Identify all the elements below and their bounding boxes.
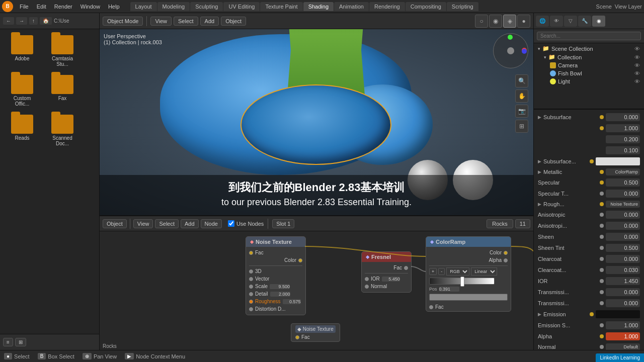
object-mode-dropdown[interactable]: Object Mode: [103, 17, 143, 26]
menu-render[interactable]: Render: [51, 3, 76, 11]
rp-tab-object[interactable]: ▽: [564, 16, 577, 27]
eye-icon-collection[interactable]: 👁: [634, 54, 640, 60]
rp-tab-view[interactable]: 👁: [550, 16, 563, 27]
colorramp-interpolation-select[interactable]: Linear: [471, 267, 497, 276]
tab-layout[interactable]: Layout: [130, 2, 157, 11]
sub3-value[interactable]: [606, 135, 640, 143]
rendered-mode-button[interactable]: ●: [517, 15, 530, 28]
viewport-add-button[interactable]: Add: [200, 17, 219, 26]
wireframe-mode-button[interactable]: ○: [475, 15, 488, 28]
expand-arrow[interactable]: ▶: [538, 115, 541, 120]
tab-compositing[interactable]: Compositing: [406, 2, 446, 11]
outliner-fish-bowl[interactable]: Fish Bowl 👁: [534, 69, 644, 77]
view-toggle-button[interactable]: ≡: [3, 338, 13, 346]
subcolor-swatch[interactable]: [596, 157, 640, 165]
nav-forward-button[interactable]: →: [16, 17, 27, 25]
outliner-light[interactable]: Light 👁: [534, 77, 644, 85]
ior-value[interactable]: [382, 277, 400, 282]
eye-icon-light[interactable]: 👁: [634, 78, 640, 84]
nav-back-button[interactable]: ←: [3, 17, 14, 25]
rough-value[interactable]: [606, 201, 640, 208]
outliner-collection[interactable]: ▾ 📁 Collection 👁: [534, 53, 644, 61]
tab-modeling[interactable]: Modeling: [157, 2, 190, 11]
ne-editor-type-button[interactable]: Object: [103, 219, 127, 228]
grid-view-button[interactable]: ⊞: [515, 120, 528, 133]
alpha-value[interactable]: [606, 332, 640, 340]
metallic-value[interactable]: [606, 168, 640, 175]
tab-shading[interactable]: Shading: [303, 2, 334, 11]
eye-icon-camera[interactable]: 👁: [634, 62, 640, 68]
expand-arrow[interactable]: ▶: [538, 159, 541, 164]
outliner-search-input[interactable]: [537, 32, 641, 40]
navigation-gizmo[interactable]: [493, 33, 528, 68]
outliner-scene-collection[interactable]: ▾ 📁 Scene Collection 👁: [534, 44, 644, 53]
eye-icon-fishbowl[interactable]: 👁: [634, 70, 640, 76]
menu-file[interactable]: File: [16, 3, 32, 11]
sheentint-value[interactable]: [606, 244, 640, 252]
noise-texture-bottom-node[interactable]: ◆ Noise Texture Fac: [291, 323, 340, 342]
emissions-value[interactable]: [606, 321, 640, 329]
roughness-value[interactable]: [283, 299, 301, 304]
detail-value[interactable]: [270, 292, 290, 297]
list-item[interactable]: Camtasia Stu...: [44, 33, 80, 69]
menu-window[interactable]: Window: [77, 3, 104, 11]
rp-tab-scene[interactable]: 🌐: [536, 16, 549, 27]
lookdev-mode-button[interactable]: ◈: [503, 15, 516, 28]
normal-value[interactable]: [606, 343, 640, 350]
clearcoat-value[interactable]: [606, 255, 640, 263]
rp-tab-material[interactable]: ◉: [592, 16, 605, 27]
sub2-value[interactable]: [606, 124, 640, 132]
camera-button[interactable]: 📷: [515, 105, 528, 118]
tab-texture-paint[interactable]: Texture Paint: [260, 2, 302, 11]
expand-arrow[interactable]: ▶: [538, 202, 541, 207]
solid-mode-button[interactable]: ◉: [489, 15, 502, 28]
colorramp-remove-btn[interactable]: -: [438, 268, 445, 275]
list-item[interactable]: Custom Offic...: [4, 73, 40, 109]
tab-uv-editing[interactable]: UV Editing: [223, 2, 260, 11]
colorramp-color-swatch[interactable]: [429, 294, 508, 301]
aniso2-value[interactable]: [606, 222, 640, 230]
tab-rendering[interactable]: Rendering: [369, 2, 405, 11]
tab-animation[interactable]: Animation: [334, 2, 369, 11]
use-nodes-checkbox[interactable]: [228, 220, 234, 227]
spectint-value[interactable]: [606, 190, 640, 198]
emission-swatch[interactable]: [596, 310, 640, 318]
scale-value[interactable]: [270, 284, 290, 289]
subsurface-value[interactable]: [606, 113, 640, 121]
colorramp-add-btn[interactable]: +: [429, 268, 437, 275]
expand-arrow[interactable]: ▶: [538, 312, 541, 317]
pos-value[interactable]: [439, 287, 459, 292]
eye-icon-scene[interactable]: 👁: [634, 46, 640, 52]
colorramp-gradient[interactable]: [429, 278, 495, 285]
ne-select-button[interactable]: Select: [155, 219, 179, 228]
viewport-view-button[interactable]: View: [150, 17, 172, 26]
trans-value[interactable]: [606, 288, 640, 296]
outliner-camera[interactable]: Camera 👁: [534, 61, 644, 69]
ne-add-button[interactable]: Add: [181, 219, 199, 228]
grid-toggle-button[interactable]: ⊞: [15, 338, 26, 346]
list-item[interactable]: Fax: [44, 73, 80, 109]
nav-up-button[interactable]: ↑: [29, 17, 38, 25]
ramp-handle[interactable]: [460, 277, 464, 287]
ior-prop-value[interactable]: [606, 277, 640, 285]
slot-dropdown[interactable]: Slot 1: [272, 219, 294, 228]
trans2-value[interactable]: [606, 299, 640, 307]
tab-sculpting[interactable]: Sculpting: [190, 2, 223, 11]
tab-scripting[interactable]: Scripting: [447, 2, 478, 11]
list-item[interactable]: Reads: [4, 113, 40, 148]
list-item[interactable]: Adobe: [4, 33, 40, 69]
colorramp-node[interactable]: ◆ ColorRamp Color Alpha: [426, 236, 511, 312]
ne-view-button[interactable]: View: [133, 219, 153, 228]
clearcoat2-value[interactable]: [606, 266, 640, 274]
viewport-3d[interactable]: User Perspective (1) Collection | rock.0…: [100, 29, 533, 215]
menu-help[interactable]: Help: [105, 3, 123, 11]
noise-texture-node[interactable]: ◆ Noise Texture Fac Color: [246, 236, 306, 315]
zoom-in-button[interactable]: 🔍: [515, 74, 528, 87]
nav-home-button[interactable]: 🏠: [40, 17, 52, 25]
colorramp-mode-select[interactable]: RGB: [446, 267, 469, 276]
grab-tool-button[interactable]: ✋: [515, 89, 528, 103]
menu-edit[interactable]: Edit: [33, 3, 50, 11]
ne-node-button[interactable]: Node: [201, 219, 222, 228]
sub4-value[interactable]: [606, 146, 640, 154]
aniso-value[interactable]: [606, 211, 640, 219]
